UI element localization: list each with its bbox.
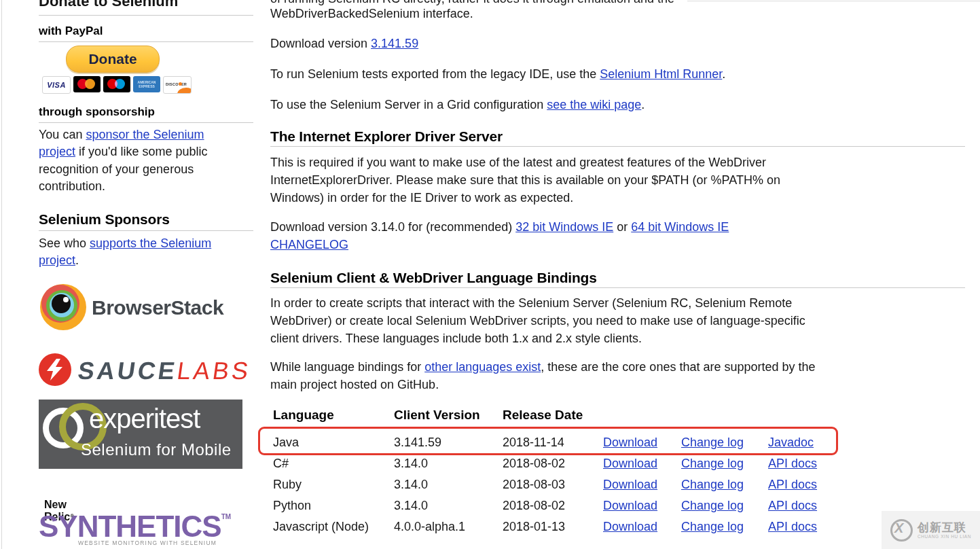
text-run: While language bindings for [270,360,424,374]
text-run: if you'd like some public [75,145,208,158]
text-line: Windows) in order for the IE Driver to w… [270,189,780,207]
text-line: contribution. [39,178,208,195]
text-run: To use the Selenium Server in a Grid con… [270,98,547,111]
text-run: See who [39,236,90,250]
text-link[interactable]: Selenium Html Runner [600,67,722,81]
rule [39,15,253,16]
cell-link: API docs [768,478,850,492]
trademark-mark: TM [221,513,231,520]
download-version-line: Download version 3.141.59 [270,35,418,52]
table-link-change-log[interactable]: Change log [681,457,744,470]
cell-version: 4.0.0-alpha.1 [394,520,503,534]
paypal-heading: with PayPal [39,24,103,38]
table-link-api-docs[interactable]: API docs [768,478,817,491]
text-link[interactable]: other languages exist [424,360,541,374]
text-run: , these are the core ones that are suppo… [541,360,815,374]
cell-link: Change log [681,457,768,471]
cell-link: Change log [681,499,768,513]
saucelabs-wordmark: SAUCELABS [76,357,253,385]
ie-download-line: Download version 3.14.0 for (recommended… [270,218,729,236]
text-run: . [641,98,645,111]
discover-card-icon: DISCOVER [163,76,192,94]
sponsor-paragraph: You can sponsor the Seleniumproject if y… [39,126,208,196]
table-header-row: Language Client Version Release Date [273,408,857,432]
text-run: main project hosted on GitHub. [270,378,439,391]
main-content: of running Selenium RC directly, rather … [270,0,980,549]
cell-link: API docs [768,457,850,471]
labs-text: LABS [175,357,253,385]
rule [39,122,253,123]
text-run: contribution. [39,179,105,193]
table-link-api-docs[interactable]: API docs [768,499,817,512]
text-link[interactable]: supports the Selenium [90,236,211,250]
sponsors-heading: Selenium Sponsors [39,211,170,228]
text-line: InternetExplorerDriver. Please make sure… [270,171,780,189]
text-run: or [613,220,631,234]
cell-version: 3.14.0 [394,457,503,471]
text-line: project if you'd like some public [39,143,208,160]
rule [270,146,965,147]
text-line: You can sponsor the Selenium [39,126,208,143]
text-link[interactable]: see the wiki page [547,98,641,111]
synthetics-wordmark: SYNTHETICSTM [39,510,231,544]
table-link-download[interactable]: Download [603,436,657,449]
interface-line: WebDriverBackedSelenium interface. [270,5,473,22]
text-line: See who supports the Selenium [39,235,211,252]
bindings-paragraph: In order to create scripts that interact… [270,294,805,347]
text-link[interactable]: 3.141.59 [371,37,418,50]
cell-link: Download [603,499,681,513]
bindings-heading: Selenium Client & WebDriver Language Bin… [270,270,597,286]
text-line: recognition of your generous [39,161,208,178]
sauce-text: SAUCE [76,357,179,385]
table-link-change-log[interactable]: Change log [681,436,744,449]
text-link[interactable]: sponsor the Selenium [86,128,204,141]
watermark-text: 创新互联 CHUANG XIN HU LIAN [918,522,971,539]
text-link[interactable]: 32 bit Windows IE [515,220,613,234]
text-line: While language bindings for other langua… [270,358,816,376]
cell-version: 3.141.59 [394,436,503,450]
cell-link: API docs [768,520,850,534]
table-link-change-log[interactable]: Change log [681,499,744,512]
cell-version: 3.14.0 [394,499,503,513]
text-line: project. [39,252,211,269]
cell-link: Download [603,457,681,471]
text-link[interactable]: CHANGELOG [270,238,348,251]
cx-glyph: X [894,520,903,536]
sponsorship-heading: through sponsorship [39,105,155,119]
rule [39,41,253,42]
mastercard-orange-circle [85,79,95,89]
paypal-donate-button[interactable]: Donate [66,46,160,73]
table-link-javadoc[interactable]: Javadoc [768,436,814,449]
experitest-tagline: Selenium for Mobile [81,440,232,459]
discover-orange-dot [179,82,182,86]
text-link[interactable]: 64 bit Windows IE [631,220,729,234]
header-language: Language [273,408,394,423]
text-link[interactable]: project [39,253,75,267]
saucelabs-bolt-icon [39,353,71,386]
table-link-download[interactable]: Download [603,499,657,512]
table-link-api-docs[interactable]: API docs [768,520,817,533]
ie-driver-paragraph: This is required if you want to make use… [270,154,780,207]
table-link-download[interactable]: Download [603,478,657,491]
table-row-java: Java3.141.592018-11-14DownloadChange log… [273,432,857,453]
discover-swoosh [177,88,192,94]
cell-language: Java [273,436,394,450]
cell-language: Ruby [273,478,394,492]
table-link-change-log[interactable]: Change log [681,520,744,533]
maestro-card-icon [103,76,130,92]
discover-label: DISCOVER [166,82,187,86]
text-link[interactable]: project [39,145,75,158]
table-link-api-docs[interactable]: API docs [768,457,817,470]
table-row-ruby: Ruby3.14.02018-08-03DownloadChange logAP… [273,474,857,495]
text-run: You can [39,128,86,141]
table-link-download[interactable]: Download [603,520,657,533]
table-link-download[interactable]: Download [603,457,657,470]
table-row-javascript-node-: Javascript (Node)4.0.0-alpha.12018-01-13… [273,516,857,537]
text-run: recognition of your generous [39,162,194,176]
bs-highlight [63,297,69,302]
text-line: This is required if you want to make use… [270,154,780,171]
table-link-change-log[interactable]: Change log [681,478,744,491]
text-run: Download version 3.14.0 for (recommended… [270,220,515,234]
table-body: Java3.141.592018-11-14DownloadChange log… [273,432,857,537]
experitest-banner[interactable]: experitest Selenium for Mobile [39,400,242,469]
